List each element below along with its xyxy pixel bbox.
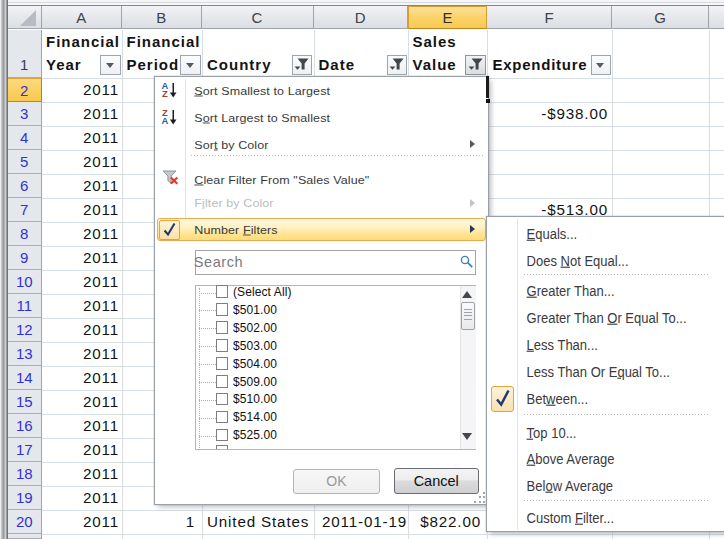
svg-text:A: A [162,115,169,125]
svg-text:Z: Z [162,88,168,98]
